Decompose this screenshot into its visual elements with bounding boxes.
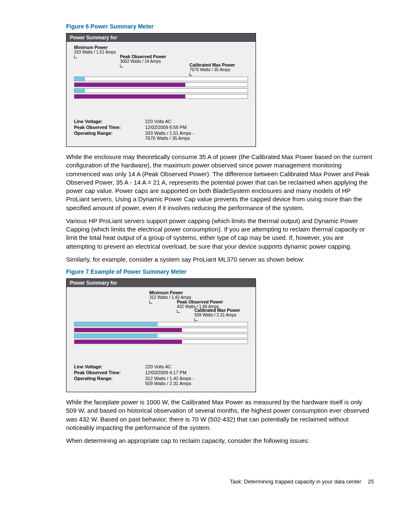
peak-title: Peak Observed Power xyxy=(177,299,223,304)
range-value-1: 312 Watts / 1.42 Amps - xyxy=(145,376,194,381)
peak-time-label: Peak Observed Time: xyxy=(74,370,145,375)
tick-icon xyxy=(189,73,192,76)
figure7-panel-body: Minimum Power 312 Watts / 1.42 Amps Peak… xyxy=(66,287,256,392)
tick-icon xyxy=(120,64,123,67)
detail-row: Peak Observed Time: 12/03/2009 4:17 PM xyxy=(74,370,248,375)
figure6-min-marker: Minimum Power 333 Watts / 1.51 Amps xyxy=(74,45,116,58)
line-voltage-label: Line Voltage: xyxy=(74,119,145,124)
tick-icon xyxy=(194,318,197,321)
bar-purple xyxy=(74,95,185,98)
range-value-2: 7676 Watts / 35 Amps xyxy=(145,136,190,141)
bar-purple xyxy=(74,340,182,344)
paragraph-4: While the faceplate power is 1000 W, the… xyxy=(66,398,374,432)
bar-cyan xyxy=(74,334,158,338)
bar-row xyxy=(74,334,248,338)
peak-time-value: 12/02/2009 6:58 PM xyxy=(145,125,248,130)
tick-icon xyxy=(177,310,180,313)
bar-row xyxy=(74,339,248,344)
figure6-bars xyxy=(74,75,248,99)
bar-row xyxy=(74,82,248,87)
line-voltage-label: Line Voltage: xyxy=(74,364,145,369)
figure6-details: Line Voltage: 220 Volts AC Peak Observed… xyxy=(74,119,248,141)
paragraph-2: Various HP ProLiant servers support powe… xyxy=(66,217,374,251)
page-number: 25 xyxy=(368,478,374,485)
peak-time-label: Peak Observed Time: xyxy=(74,125,145,130)
tick-icon xyxy=(74,55,77,58)
bar-row xyxy=(74,94,248,99)
range-value: 312 Watts / 1.42 Amps - 509 Watts / 2.31… xyxy=(145,376,248,386)
figure7-panel: Power Summary for Minimum Power 312 Watt… xyxy=(66,278,256,392)
bar-purple xyxy=(74,328,182,332)
detail-row: Peak Observed Time: 12/02/2009 6:58 PM xyxy=(74,125,248,130)
figure6-panel: Power Summary for Minimum Power 333 Watt… xyxy=(66,33,256,147)
figure7-details: Line Voltage: 220 Volts AC Peak Observed… xyxy=(74,364,248,386)
figure7-markers: Minimum Power 312 Watts / 1.42 Amps Peak… xyxy=(74,290,248,320)
detail-row: Line Voltage: 220 Volts AC xyxy=(74,119,248,124)
peak-sub: 3002 Watts / 14 Amps xyxy=(120,59,161,64)
line-voltage-value: 220 Volts AC xyxy=(145,119,248,124)
page-footer: Task: Determining trapped capacity in yo… xyxy=(66,478,374,485)
page-content: Figure 6 Power Summary Meter Power Summa… xyxy=(0,0,399,506)
max-title: Calibrated Max Power xyxy=(189,62,235,67)
max-sub: 7676 Watts / 35 Amps xyxy=(189,67,230,72)
max-sub: 509 Watts / 2.31 Amps xyxy=(194,313,236,317)
detail-row: Operating Range: 312 Watts / 1.42 Amps -… xyxy=(74,376,248,386)
max-title: Calibrated Max Power xyxy=(194,308,240,313)
footer-text: Task: Determining trapped capacity in yo… xyxy=(230,478,361,485)
range-value-2: 509 Watts / 2.31 Amps xyxy=(145,381,191,386)
figure7-caption: Figure 7 Example of Power Summary Meter xyxy=(66,268,374,275)
min-sub: 333 Watts / 1.51 Amps xyxy=(74,50,116,54)
tick-icon xyxy=(149,301,152,303)
bar-purple xyxy=(74,83,185,87)
figure6-caption: Figure 6 Power Summary Meter xyxy=(66,23,374,30)
range-label: Operating Range: xyxy=(74,376,145,386)
range-label: Operating Range: xyxy=(74,131,145,141)
min-title: Minimum Power xyxy=(149,290,183,295)
figure6-max-marker: Calibrated Max Power 7676 Watts / 35 Amp… xyxy=(189,63,235,76)
figure6-panel-title: Power Summary for xyxy=(66,33,256,42)
bar-row xyxy=(74,88,248,93)
bar-row xyxy=(74,77,248,81)
peak-time-value: 12/03/2009 4:17 PM xyxy=(145,370,248,375)
paragraph-1: While the enclosure may theoretically co… xyxy=(66,153,374,212)
figure7-bars xyxy=(74,320,248,344)
bar-row xyxy=(74,322,248,326)
bar-cyan xyxy=(74,89,85,93)
figure6-markers: Minimum Power 333 Watts / 1.51 Amps Peak… xyxy=(74,45,248,75)
line-voltage-value: 220 Volts AC xyxy=(145,364,248,369)
figure7-panel-title: Power Summary for xyxy=(66,279,256,287)
paragraph-5: When determining an appropriate cap to r… xyxy=(66,437,374,445)
min-title: Minimum Power xyxy=(74,45,108,50)
detail-row: Line Voltage: 220 Volts AC xyxy=(74,364,248,369)
figure6-panel-body: Minimum Power 333 Watts / 1.51 Amps Peak… xyxy=(66,42,256,146)
peak-title: Peak Observed Power xyxy=(120,54,166,59)
paragraph-3: Similarly, for example, consider a syste… xyxy=(66,255,374,264)
bar-cyan xyxy=(74,322,158,326)
detail-row: Operating Range: 333 Watts / 1.51 Amps -… xyxy=(74,131,248,141)
bar-cyan xyxy=(74,77,85,81)
range-value: 333 Watts / 1.51 Amps - 7676 Watts / 35 … xyxy=(145,131,248,141)
figure6-peak-marker: Peak Observed Power 3002 Watts / 14 Amps xyxy=(120,54,166,67)
figure7-max-marker: Calibrated Max Power 509 Watts / 2.31 Am… xyxy=(194,308,240,321)
bar-row xyxy=(74,328,248,332)
range-value-1: 333 Watts / 1.51 Amps - xyxy=(145,131,194,136)
